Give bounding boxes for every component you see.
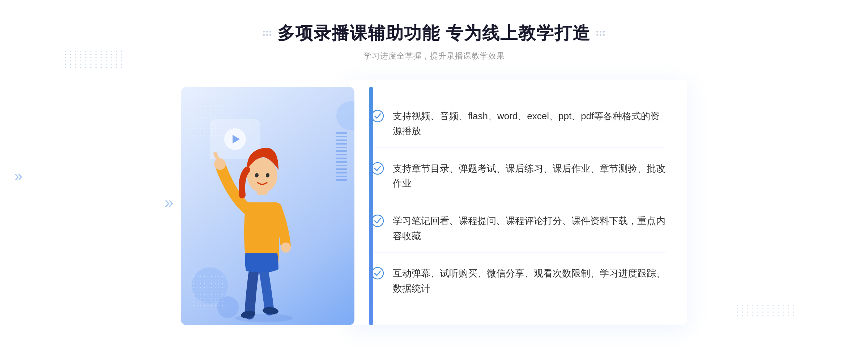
- feature-text-2: 支持章节目录、弹题考试、课后练习、课后作业、章节测验、批改作业: [393, 161, 665, 191]
- feature-text-4: 互动弹幕、试听购买、微信分享、观看次数限制、学习进度跟踪、数据统计: [393, 266, 665, 296]
- feature-item-2: 支持章节目录、弹题考试、课后练习、课后作业、章节测验、批改作业: [371, 153, 665, 200]
- content-section: » 支持视频、音频、flash、word、excel、ppt、pdf等各种格式的…: [181, 80, 687, 325]
- title-row: 多项录播课辅助功能 专为线上教学打造: [263, 22, 605, 45]
- dot-grid-bottom-right: [737, 305, 796, 316]
- illustration: [199, 123, 329, 325]
- blue-accent-bar: [369, 87, 373, 325]
- svg-point-13: [372, 267, 383, 279]
- deco-circle-3: [336, 101, 354, 130]
- feature-item-1: 支持视频、音频、flash、word、excel、ppt、pdf等各种格式的资源…: [371, 100, 665, 148]
- header-section: 多项录播课辅助功能 专为线上教学打造 学习进度全掌握，提升录播课教学效果: [263, 22, 605, 61]
- svg-point-11: [372, 163, 383, 174]
- svg-point-4: [281, 242, 291, 253]
- right-panel: 支持视频、音频、flash、word、excel、ppt、pdf等各种格式的资源…: [349, 80, 687, 325]
- main-title: 多项录播课辅助功能 专为线上教学打造: [277, 22, 590, 45]
- svg-rect-9: [245, 249, 278, 253]
- left-image: »: [181, 80, 369, 325]
- left-chevron-deco: »: [165, 193, 173, 211]
- feature-text-1: 支持视频、音频、flash、word、excel、ppt、pdf等各种格式的资源…: [393, 109, 665, 139]
- deco-dots-right: [596, 31, 605, 36]
- page-wrapper: » 多项录播课辅助功能 专为线上教学打造 学习进度全掌握，提升录播课教学效果: [0, 0, 868, 352]
- chevron-left-icon: »: [14, 169, 22, 183]
- svg-point-8: [266, 173, 269, 177]
- svg-point-12: [372, 215, 383, 227]
- feature-item-4: 互动弹幕、试听购买、微信分享、观看次数限制、学习进度跟踪、数据统计: [371, 257, 665, 305]
- dot-grid-top-left: [65, 51, 124, 68]
- deco-dots-left: [263, 31, 272, 36]
- svg-point-10: [372, 110, 383, 122]
- image-background: [181, 87, 354, 325]
- feature-item-3: 学习笔记回看、课程提问、课程评论打分、课件资料下载，重点内容收藏: [371, 205, 665, 253]
- svg-point-7: [255, 173, 259, 177]
- sub-title: 学习进度全掌握，提升录播课教学效果: [263, 51, 605, 61]
- feature-text-3: 学习笔记回看、课程提问、课程评论打分、课件资料下载，重点内容收藏: [393, 214, 665, 244]
- page-deco-left: »: [14, 169, 22, 183]
- deco-stripe: [336, 130, 347, 181]
